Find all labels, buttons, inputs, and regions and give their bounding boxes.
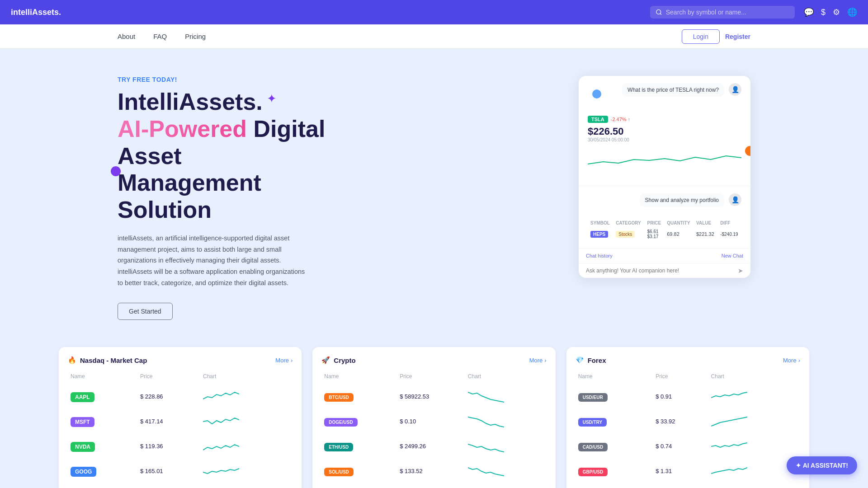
- second-navbar: About FAQ Pricing Login Register: [0, 24, 868, 49]
- chart-cell: [200, 459, 292, 483]
- table-row: NVDA $ 119.36: [68, 434, 292, 459]
- stocks-badge: Stocks: [616, 231, 635, 238]
- crypto-more[interactable]: More ›: [529, 357, 547, 364]
- portfolio-price: $6.61$3.17: [645, 227, 665, 241]
- stock-symbol-badge: TSLA: [588, 116, 608, 123]
- nav-icons: 💬 $ ⚙ 🌐: [804, 7, 857, 17]
- chat-input-row: ➤: [579, 263, 750, 278]
- hero-section: TRY FREE TODAY! IntelliAssets. AI-Powere…: [0, 49, 868, 338]
- chat-input[interactable]: [586, 267, 734, 274]
- th-chart-3: Chart: [708, 371, 800, 384]
- crypto-icon: 🚀: [321, 356, 330, 364]
- ai-assistant-button[interactable]: ✦ AI ASSISTANT!: [787, 456, 857, 474]
- new-chat-link[interactable]: New Chat: [722, 253, 743, 258]
- table-row: USD/TRY $ 33.92: [576, 409, 800, 434]
- chart-cell: [200, 409, 292, 434]
- svg-point-0: [656, 9, 661, 14]
- nav-actions: Login Register: [682, 29, 750, 44]
- th-name-1: Name: [68, 371, 137, 384]
- symbol-cell: USD/TRY: [576, 409, 653, 434]
- chat-bubble-1: What is the price of TESLA right now?: [622, 83, 724, 97]
- top-navbar: intelliAssets. 💬 $ ⚙ 🌐: [0, 0, 868, 24]
- table-row: CAD/USD $ 0.74: [576, 434, 800, 459]
- chat-section-2: Show and analyze my portfolio 👤: [579, 186, 750, 219]
- col-price: PRICE: [645, 219, 665, 227]
- login-button[interactable]: Login: [682, 29, 720, 44]
- search-icon: [656, 9, 662, 16]
- table-row: GBP/USD $ 1.31: [576, 459, 800, 483]
- price-cell: $ 165.01: [137, 459, 200, 483]
- portfolio-category: Stocks: [613, 227, 644, 241]
- search-bar[interactable]: [650, 6, 795, 19]
- chat-text-1: What is the price of TESLA right now?: [627, 87, 719, 93]
- price-cell: $ 0.91: [653, 384, 708, 409]
- heps-badge: HEPS: [590, 231, 608, 238]
- stock-info-section: TSLA -2.47% ↑ $226.50 30/05/2024 05:00:0…: [579, 108, 750, 186]
- symbol-cell: SOL/USD: [321, 459, 397, 483]
- nav-link-pricing[interactable]: Pricing: [185, 33, 206, 40]
- chat-icon[interactable]: 💬: [804, 7, 814, 17]
- market-grid: 🔥 Nasdaq - Market Cap More › Name Price …: [59, 347, 809, 488]
- portfolio-section: SYMBOL CATEGORY PRICE QUANTITY VALUE DIF…: [579, 219, 750, 248]
- portfolio-row: HEPS Stocks $6.61$3.17 69.82 $221.32 -$2…: [588, 227, 741, 241]
- nav-links: About FAQ Pricing: [118, 33, 682, 40]
- table-row: USD/EUR $ 0.91: [576, 384, 800, 409]
- table-row: DOGE/USD $ 0.10: [321, 409, 546, 434]
- table-row: BTC/USD $ 58922.53: [321, 384, 546, 409]
- search-input[interactable]: [666, 9, 789, 16]
- crypto-label: Crypto: [334, 357, 355, 364]
- price-cell: $ 133.52: [397, 459, 465, 483]
- register-button[interactable]: Register: [725, 29, 750, 44]
- symbol-cell: DOGE/USD: [321, 409, 397, 434]
- crypto-title: 🚀 Crypto: [321, 356, 355, 364]
- symbol-cell: GBP/USD: [576, 459, 653, 483]
- hero-description: intelliAssets, an artificial intelligenc…: [118, 233, 312, 288]
- forex-table: Name Price Chart USD/EUR $ 0.91 USD/TRY …: [576, 371, 800, 483]
- avatar-2: 👤: [729, 193, 741, 206]
- nasdaq-more[interactable]: More ›: [275, 357, 292, 364]
- forex-header: 💎 Forex More ›: [576, 356, 800, 364]
- stock-sparkline: [588, 146, 741, 173]
- symbol-cell: ETH/USD: [321, 434, 397, 459]
- col-value: VALUE: [693, 219, 717, 227]
- symbol-cell: BTC/USD: [321, 384, 397, 409]
- chart-cell: [465, 434, 547, 459]
- dollar-icon[interactable]: $: [821, 8, 826, 17]
- table-row: GOOG $ 165.01: [68, 459, 292, 483]
- th-price-1: Price: [137, 371, 200, 384]
- logo: intelliAssets.: [11, 8, 61, 17]
- col-category: CATEGORY: [613, 219, 644, 227]
- purple-decorative-dot: [111, 166, 121, 176]
- portfolio-value: $221.32: [693, 227, 717, 241]
- chat-section-1: What is the price of TESLA right now? 👤: [579, 76, 750, 108]
- send-icon[interactable]: ➤: [738, 267, 743, 274]
- th-name-3: Name: [576, 371, 653, 384]
- chart-cell: [200, 384, 292, 409]
- nav-link-about[interactable]: About: [118, 33, 135, 40]
- price-cell: $ 58922.53: [397, 384, 465, 409]
- nav-link-faq[interactable]: FAQ: [153, 33, 167, 40]
- get-started-button[interactable]: Get Started: [118, 303, 173, 320]
- forex-more[interactable]: More ›: [783, 357, 800, 364]
- chart-cell: [200, 434, 292, 459]
- translate-icon[interactable]: 🌐: [847, 7, 857, 17]
- nasdaq-card: 🔥 Nasdaq - Market Cap More › Name Price …: [59, 347, 302, 488]
- settings-icon[interactable]: ⚙: [833, 7, 840, 17]
- portfolio-diff: -$240.19: [717, 227, 741, 241]
- portfolio-table: SYMBOL CATEGORY PRICE QUANTITY VALUE DIF…: [588, 219, 741, 241]
- chart-cell: [708, 434, 800, 459]
- price-cell: $ 417.14: [137, 409, 200, 434]
- crypto-header: 🚀 Crypto More ›: [321, 356, 546, 364]
- hero-card: What is the price of TESLA right now? 👤 …: [579, 76, 750, 278]
- stock-price: $226.50: [588, 126, 741, 137]
- portfolio-symbol: HEPS: [588, 227, 613, 241]
- price-cell: $ 228.86: [137, 384, 200, 409]
- card-footer: Chat history New Chat: [579, 248, 750, 263]
- nasdaq-header-row: Name Price Chart: [68, 371, 292, 384]
- portfolio-quantity: 69.82: [664, 227, 693, 241]
- col-symbol: SYMBOL: [588, 219, 613, 227]
- symbol-cell: NVDA: [68, 434, 137, 459]
- chat-history-link[interactable]: Chat history: [586, 253, 613, 258]
- th-chart-1: Chart: [200, 371, 292, 384]
- price-cell: $ 0.74: [653, 434, 708, 459]
